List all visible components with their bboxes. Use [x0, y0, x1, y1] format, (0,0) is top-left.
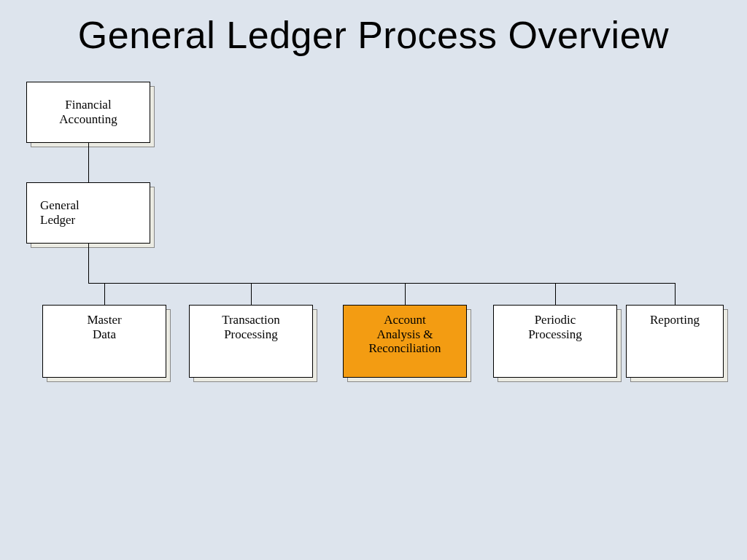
node-transaction-processing: Transaction Processing: [189, 305, 313, 378]
connector-vertical: [88, 244, 89, 283]
connector-drop: [104, 283, 105, 305]
node-master-data: Master Data: [42, 305, 166, 378]
connector-vertical: [88, 143, 89, 182]
page-title: General Ledger Process Overview: [0, 13, 747, 57]
connector-drop: [555, 283, 556, 305]
node-label: Account Analysis & Reconciliation: [343, 305, 467, 378]
node-label: Reporting: [626, 305, 724, 378]
node-general-ledger: General Ledger: [26, 182, 150, 244]
node-reporting: Reporting: [626, 305, 724, 378]
node-label: General Ledger: [26, 182, 150, 244]
node-label: Transaction Processing: [189, 305, 313, 378]
node-account-analysis-reconciliation: Account Analysis & Reconciliation: [343, 305, 467, 378]
connector-drop: [251, 283, 252, 305]
connector-drop: [405, 283, 406, 305]
node-financial-accounting: Financial Accounting: [26, 82, 150, 143]
connector-horizontal-bus: [88, 283, 675, 284]
connector-drop: [675, 283, 676, 305]
node-label: Periodic Processing: [493, 305, 617, 378]
node-label: Master Data: [42, 305, 166, 378]
node-periodic-processing: Periodic Processing: [493, 305, 617, 378]
node-label: Financial Accounting: [26, 82, 150, 143]
slide: General Ledger Process Overview Financia…: [0, 0, 747, 560]
